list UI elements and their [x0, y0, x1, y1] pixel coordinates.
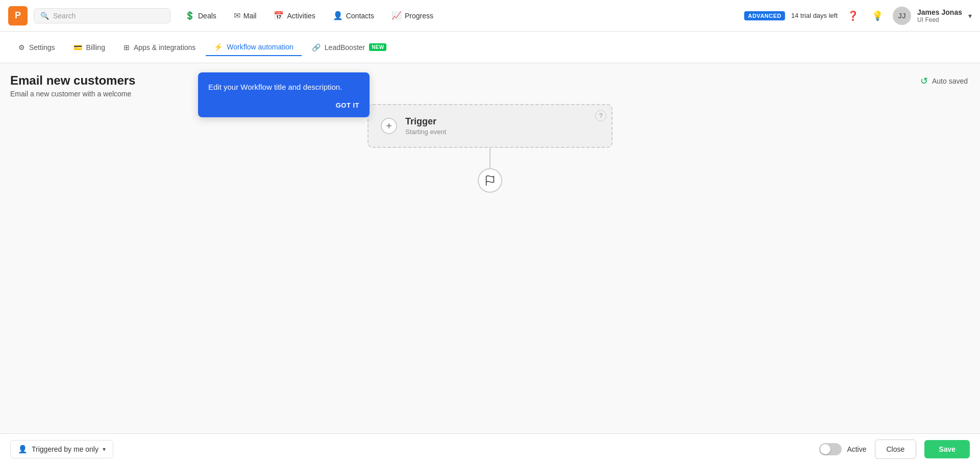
auto-saved-indicator: ↺ Auto saved [920, 75, 968, 87]
triggered-caret-icon: ▾ [103, 446, 106, 453]
secondnav-leadbooster-label: LeadBooster [325, 43, 365, 51]
triggered-by-button[interactable]: 👤 Triggered by me only ▾ [10, 440, 113, 458]
toggle-knob [820, 444, 830, 454]
progress-icon: 📈 [391, 11, 402, 20]
secondnav-apps[interactable]: ⊞ Apps & integrations [115, 39, 204, 56]
active-label: Active [847, 445, 866, 453]
workflow-flow: + Trigger Starting event ? [368, 104, 612, 193]
tips-button[interactable]: 💡 [868, 7, 887, 25]
avatar[interactable]: JJ [893, 7, 911, 25]
workflow-canvas: + Trigger Starting event ? [0, 63, 980, 433]
auto-saved-text: Auto saved [932, 77, 968, 85]
active-toggle[interactable] [819, 443, 842, 455]
trigger-title: Trigger [405, 116, 599, 127]
trigger-box[interactable]: + Trigger Starting event ? [368, 104, 612, 148]
secondnav-workflow[interactable]: ⚡ Workflow automation [206, 39, 301, 56]
trigger-help-icon[interactable]: ? [595, 110, 606, 121]
secondnav-leadbooster[interactable]: 🔗 LeadBooster NEW [304, 39, 395, 56]
user-name: James Jonas [917, 8, 962, 16]
search-input[interactable]: 🔍 Search [34, 8, 170, 23]
triggered-label: Triggered by me only [32, 445, 99, 453]
nav-item-activities-label: Activities [287, 12, 315, 20]
workflow-subtitle: Email a new customer with a welcome [10, 90, 135, 98]
tooltip-popup-text: Edit your Workflow title and description… [208, 82, 359, 93]
save-button[interactable]: Save [924, 440, 970, 458]
second-navigation: ⚙ Settings 💳 Billing ⊞ Apps & integratio… [0, 32, 980, 63]
tooltip-gotit-button[interactable]: GOT IT [208, 101, 359, 109]
trigger-subtitle: Starting event [405, 128, 599, 136]
trigger-add-icon[interactable]: + [381, 118, 397, 134]
active-toggle-wrap: Active [819, 443, 866, 455]
deals-icon: 💲 [185, 11, 195, 20]
secondnav-workflow-label: Workflow automation [227, 43, 293, 51]
bottom-bar: 👤 Triggered by me only ▾ Active Close Sa… [0, 433, 980, 464]
leadbooster-badge: NEW [369, 43, 386, 51]
connector-line [489, 148, 491, 168]
help-button[interactable]: ❓ [844, 7, 862, 25]
advanced-badge: ADVANCED [744, 11, 785, 20]
nav-item-contacts-label: Contacts [346, 12, 374, 20]
secondnav-billing[interactable]: 💳 Billing [65, 39, 113, 56]
trigger-text: Trigger Starting event [405, 116, 599, 136]
main-area: Email new customers Email a new customer… [0, 63, 980, 433]
contacts-icon: 👤 [333, 11, 343, 20]
bulb-icon: 💡 [872, 10, 883, 21]
secondnav-apps-label: Apps & integrations [134, 43, 195, 51]
settings-icon: ⚙ [18, 43, 25, 51]
close-button[interactable]: Close [875, 440, 917, 459]
nav-item-progress[interactable]: 📈 Progress [383, 7, 442, 24]
nav-right: ADVANCED 14 trial days left ❓ 💡 JJ James… [744, 7, 972, 25]
search-placeholder: Search [53, 12, 76, 20]
secondnav-settings[interactable]: ⚙ Settings [10, 39, 63, 56]
user-sub: UI Feed [917, 16, 962, 23]
flag-icon[interactable] [478, 168, 502, 193]
top-navigation: P 🔍 Search 💲 Deals ✉ Mail 📅 Activities 👤… [0, 0, 980, 32]
nav-items: 💲 Deals ✉ Mail 📅 Activities 👤 Contacts 📈… [177, 7, 442, 24]
user-info[interactable]: James Jonas UI Feed [917, 8, 962, 23]
nav-item-mail-label: Mail [243, 12, 257, 20]
mail-icon: ✉ [234, 11, 240, 20]
apps-icon: ⊞ [124, 43, 130, 51]
secondnav-settings-label: Settings [29, 43, 55, 51]
billing-icon: 💳 [74, 43, 82, 51]
triggered-person-icon: 👤 [18, 445, 28, 454]
auto-saved-icon: ↺ [920, 75, 928, 87]
nav-item-progress-label: Progress [405, 12, 433, 20]
activities-icon: 📅 [274, 11, 284, 20]
secondnav-billing-label: Billing [86, 43, 105, 51]
nav-item-contacts[interactable]: 👤 Contacts [325, 7, 382, 24]
app-logo[interactable]: P [8, 6, 28, 25]
tooltip-popup: Edit your Workflow title and description… [198, 72, 370, 117]
search-icon: 🔍 [40, 12, 49, 20]
nav-item-mail[interactable]: ✉ Mail [226, 7, 265, 24]
workflow-title[interactable]: Email new customers [10, 73, 135, 88]
user-dropdown-caret[interactable]: ▾ [968, 12, 972, 20]
leadbooster-icon: 🔗 [312, 43, 321, 51]
nav-item-deals[interactable]: 💲 Deals [177, 7, 225, 24]
workflow-title-area: Email new customers Email a new customer… [10, 73, 135, 98]
nav-item-activities[interactable]: 📅 Activities [265, 7, 323, 24]
trial-text: 14 trial days left [791, 12, 838, 19]
nav-item-deals-label: Deals [198, 12, 216, 20]
bottom-right-controls: Active Close Save [819, 440, 970, 459]
workflow-icon: ⚡ [214, 43, 223, 51]
help-icon: ❓ [847, 10, 859, 21]
